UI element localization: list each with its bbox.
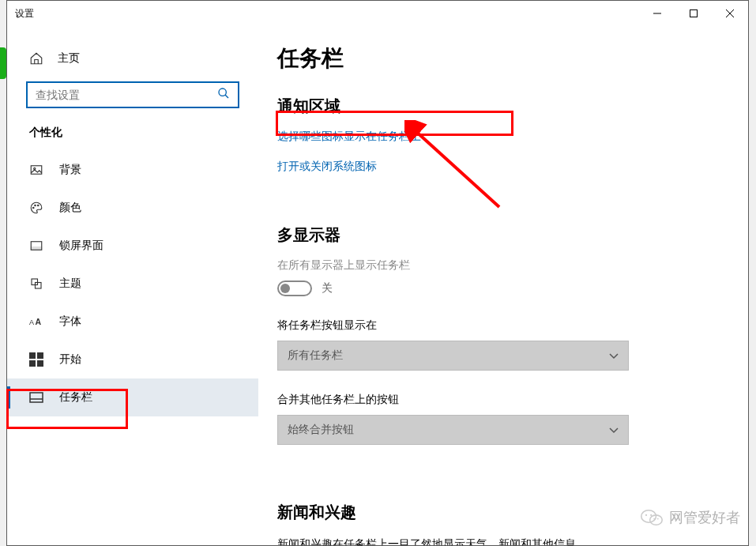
svg-line-5 <box>225 95 228 98</box>
close-button[interactable] <box>712 1 748 26</box>
nav-label: 开始 <box>59 352 81 367</box>
sidebar-item-colors[interactable]: 颜色 <box>7 189 258 227</box>
search-box[interactable] <box>26 81 239 108</box>
svg-rect-17 <box>29 352 36 359</box>
sidebar-item-taskbar[interactable]: 任务栏 <box>7 378 258 416</box>
nav-label: 颜色 <box>59 201 81 215</box>
settings-window: 设置 主页 <box>6 0 749 546</box>
select-value: 所有任务栏 <box>288 348 343 363</box>
sidebar-item-start[interactable]: 开始 <box>7 341 258 378</box>
palette-icon <box>29 201 43 215</box>
svg-point-29 <box>657 518 659 520</box>
svg-point-8 <box>33 207 35 209</box>
page-title: 任务栏 <box>277 43 729 73</box>
search-input[interactable] <box>36 88 217 101</box>
sidebar-item-fonts[interactable]: AA 字体 <box>7 303 258 341</box>
link-select-taskbar-icons[interactable]: 选择哪些图标显示在任务栏上 <box>277 130 729 144</box>
section-multidisplay-title: 多显示器 <box>277 224 729 246</box>
combine-buttons-select[interactable]: 始终合并按钮 <box>277 415 629 445</box>
svg-rect-13 <box>32 279 38 285</box>
maximize-icon <box>690 9 698 17</box>
maximize-button[interactable] <box>675 1 712 26</box>
themes-icon <box>29 277 43 291</box>
combine-buttons-label: 合并其他任务栏上的按钮 <box>277 393 729 407</box>
nav-label: 锁屏界面 <box>59 239 103 253</box>
show-on-all-toggle[interactable] <box>277 281 312 296</box>
watermark-text: 网管爱好者 <box>669 508 740 527</box>
svg-text:A: A <box>29 318 34 326</box>
svg-rect-21 <box>30 393 43 402</box>
search-icon <box>217 87 230 103</box>
section-notification-title: 通知区域 <box>277 96 729 117</box>
category-title: 个性化 <box>7 121 258 151</box>
svg-text:A: A <box>36 317 42 326</box>
svg-point-4 <box>219 88 226 96</box>
chevron-down-icon <box>609 424 619 436</box>
svg-point-28 <box>653 518 655 520</box>
svg-rect-19 <box>29 360 36 367</box>
select-value: 始终合并按钮 <box>288 423 354 437</box>
nav-label: 背景 <box>59 163 81 177</box>
svg-rect-6 <box>31 166 42 175</box>
main-panel: 任务栏 通知区域 选择哪些图标显示在任务栏上 打开或关闭系统图标 多显示器 在所… <box>258 26 748 545</box>
window-title: 设置 <box>15 7 639 21</box>
close-icon <box>726 9 734 17</box>
window-controls <box>639 1 748 26</box>
svg-point-24 <box>641 510 656 523</box>
show-on-all-toggle-row: 关 <box>277 281 729 296</box>
sidebar-item-lockscreen[interactable]: 锁屏界面 <box>7 227 258 265</box>
search-container <box>7 72 258 121</box>
svg-rect-20 <box>37 360 43 367</box>
titlebar: 设置 <box>7 1 748 26</box>
svg-point-27 <box>650 514 652 516</box>
nav-list: 背景 颜色 锁屏界面 主题 AA 字体 <box>7 151 258 416</box>
home-label: 主页 <box>58 51 80 66</box>
svg-point-26 <box>645 514 647 516</box>
svg-rect-12 <box>31 247 42 250</box>
minimize-button[interactable] <box>639 1 675 26</box>
taskbar-icon <box>29 390 43 405</box>
sidebar-item-themes[interactable]: 主题 <box>7 265 258 303</box>
nav-label: 字体 <box>59 314 81 329</box>
svg-point-9 <box>35 205 36 206</box>
show-buttons-on-select[interactable]: 所有任务栏 <box>277 341 629 371</box>
svg-rect-14 <box>36 283 42 289</box>
minimize-icon <box>653 9 661 17</box>
sidebar: 主页 个性化 背景 颜色 <box>7 26 258 545</box>
nav-label: 任务栏 <box>59 390 92 405</box>
news-description: 新闻和兴趣在任务栏上一目了然地显示天气、新闻和其他信息。 <box>277 536 729 545</box>
wechat-icon <box>641 508 663 527</box>
lockscreen-icon <box>29 239 43 253</box>
toggle-state-label: 关 <box>322 281 333 296</box>
svg-rect-18 <box>37 352 43 359</box>
show-buttons-on-label: 将任务栏按钮显示在 <box>277 318 729 333</box>
nav-label: 主题 <box>59 277 81 291</box>
show-on-all-label: 在所有显示器上显示任务栏 <box>277 258 729 273</box>
home-link[interactable]: 主页 <box>7 45 258 72</box>
svg-point-10 <box>38 205 39 206</box>
chevron-down-icon <box>609 349 619 362</box>
picture-icon <box>29 163 43 177</box>
home-icon <box>29 51 43 66</box>
link-toggle-system-icons[interactable]: 打开或关闭系统图标 <box>277 160 729 174</box>
content-area: 主页 个性化 背景 颜色 <box>7 26 748 545</box>
watermark: 网管爱好者 <box>641 508 740 527</box>
fonts-icon: AA <box>29 314 43 329</box>
start-icon <box>29 352 43 367</box>
sidebar-item-background[interactable]: 背景 <box>7 151 258 189</box>
svg-rect-1 <box>690 10 698 17</box>
